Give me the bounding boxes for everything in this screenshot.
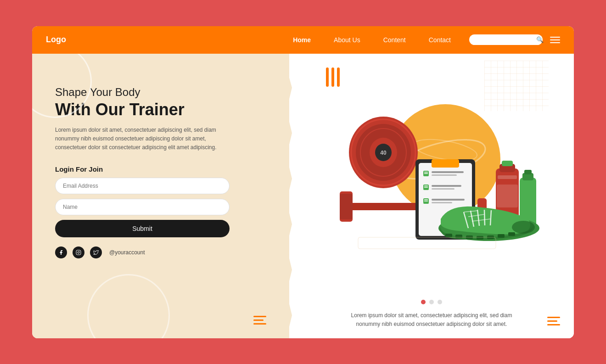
nav-link-home[interactable]: Home: [293, 36, 311, 44]
facebook-icon[interactable]: [55, 246, 67, 258]
svg-rect-55: [445, 234, 452, 237]
email-field[interactable]: [55, 178, 230, 194]
nav-logo: Logo: [46, 35, 66, 45]
dot-3[interactable]: [438, 300, 442, 304]
login-label: Login For Join: [55, 165, 266, 173]
nav-link-contact[interactable]: Contact: [429, 36, 451, 44]
svg-rect-0: [76, 250, 81, 255]
gym-illustration: 40: [312, 67, 542, 251]
headline-main: With Our Trainer: [55, 101, 266, 119]
svg-rect-30: [432, 185, 461, 187]
svg-rect-56: [455, 235, 462, 238]
svg-rect-58: [477, 236, 483, 240]
dot-1[interactable]: [421, 300, 426, 304]
svg-rect-44: [524, 170, 532, 174]
svg-rect-40: [498, 175, 517, 179]
deco-circle-bottom: [87, 274, 170, 338]
nav-link-about[interactable]: About Us: [334, 36, 360, 44]
nav-search: 🔍: [469, 34, 543, 45]
name-field[interactable]: [55, 199, 230, 215]
nav-link-content[interactable]: Content: [383, 36, 406, 44]
twitter-icon[interactable]: [90, 246, 102, 258]
svg-point-2: [79, 251, 80, 251]
left-panel: Shape Your Body With Our Trainer Lorem i…: [32, 54, 289, 338]
hero-body-text: Lorem ipsum dolor sit amet, consectetuer…: [55, 126, 225, 152]
illustration-caption: Lorem ipsum dolor sit amet, consectetuer…: [344, 311, 519, 329]
dot-2[interactable]: [429, 300, 434, 304]
svg-rect-25: [432, 171, 464, 173]
navbar: Logo Home About Us Content Contact 🔍: [32, 26, 574, 54]
hamburger-menu-icon[interactable]: [550, 37, 560, 43]
headline: Shape Your Body With Our Trainer: [55, 86, 266, 119]
svg-rect-35: [432, 199, 465, 201]
svg-line-49: [484, 210, 485, 225]
svg-rect-60: [498, 234, 505, 238]
svg-point-1: [78, 252, 79, 253]
svg-rect-21: [432, 159, 459, 168]
svg-rect-36: [432, 202, 452, 203]
svg-rect-26: [432, 174, 457, 176]
svg-rect-16: [340, 194, 353, 219]
social-handle: @youraccount: [109, 249, 145, 256]
main-content: Shape Your Body With Our Trainer Lorem i…: [32, 54, 574, 338]
bottom-hamburger-left[interactable]: [253, 316, 266, 325]
svg-point-54: [512, 221, 535, 234]
search-input[interactable]: [474, 37, 533, 43]
svg-text:40: 40: [380, 150, 387, 156]
page-wrapper: Logo Home About Us Content Contact 🔍 Sha…: [32, 26, 574, 338]
bottom-hamburger-right[interactable]: [547, 317, 560, 325]
search-icon: 🔍: [536, 36, 544, 43]
submit-button[interactable]: Submit: [55, 220, 230, 237]
headline-sub: Shape Your Body: [55, 86, 266, 99]
svg-rect-31: [432, 188, 454, 190]
right-panel: 40: [289, 54, 574, 338]
pagination-dots: [421, 300, 442, 304]
nav-links: Home About Us Content Contact: [293, 36, 451, 44]
social-row: @youraccount: [55, 246, 266, 258]
svg-rect-39: [502, 161, 513, 166]
instagram-icon[interactable]: [73, 246, 84, 258]
svg-rect-41: [497, 185, 518, 207]
svg-rect-61: [508, 232, 515, 236]
